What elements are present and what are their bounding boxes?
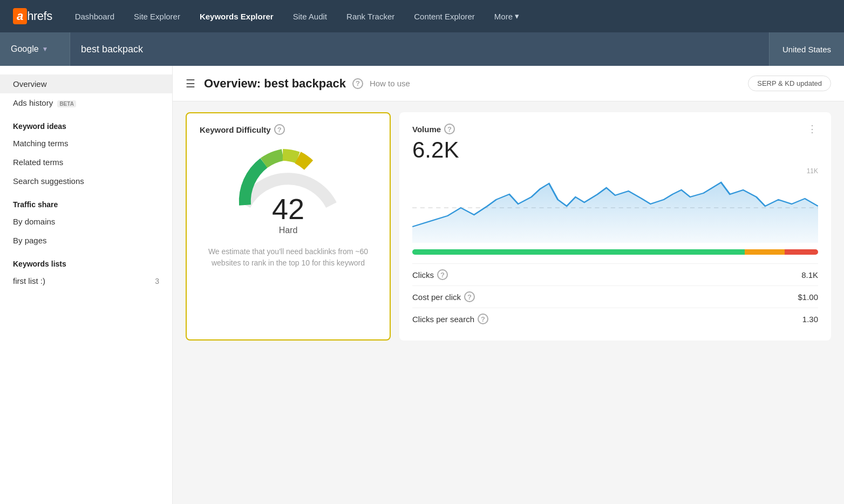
nav-keywords-explorer[interactable]: Keywords Explorer	[192, 9, 281, 24]
how-to-use-link[interactable]: How to use	[370, 79, 410, 88]
cpc-row: Cost per click ? $1.00	[412, 285, 818, 308]
gauge-label: Hard	[272, 226, 304, 235]
cpc-help-icon[interactable]: ?	[464, 291, 475, 302]
logo-hrefs: hrefs	[27, 9, 52, 23]
main-layout: Overview Ads history BETA Keyword ideas …	[0, 66, 844, 504]
engine-label: Google	[11, 44, 39, 54]
volume-value: 6.2K	[412, 137, 818, 163]
kd-help-icon[interactable]: ?	[274, 124, 285, 135]
page-title: Overview: best backpack	[204, 77, 346, 91]
cps-value: 1.30	[802, 315, 818, 324]
clicks-progress-bar	[412, 249, 818, 255]
progress-no-click	[785, 249, 818, 255]
logo-a: a	[13, 8, 27, 24]
nav-rank-tracker[interactable]: Rank Tracker	[339, 9, 402, 24]
volume-card-title: Volume ?	[412, 124, 455, 134]
clicks-label: Clicks ?	[412, 269, 448, 280]
sidebar-item-ads-history[interactable]: Ads history BETA	[0, 93, 172, 112]
sidebar-item-by-pages[interactable]: By pages	[0, 231, 172, 250]
sidebar: Overview Ads history BETA Keyword ideas …	[0, 66, 173, 504]
sidebar-section-traffic-share: Traffic share	[0, 190, 172, 212]
volume-options-icon[interactable]: ⋮	[807, 123, 818, 135]
volume-header: Volume ? ⋮	[412, 123, 818, 135]
hamburger-icon[interactable]: ☰	[186, 77, 195, 90]
sidebar-item-search-suggestions[interactable]: Search suggestions	[0, 172, 172, 190]
sidebar-item-related-terms[interactable]: Related terms	[0, 153, 172, 172]
nav-site-audit[interactable]: Site Audit	[285, 9, 335, 24]
search-bar: Google ▼ United States	[0, 32, 844, 66]
clicks-help-icon[interactable]: ?	[437, 269, 448, 280]
cps-label: Clicks per search ?	[412, 314, 488, 324]
volume-help-icon[interactable]: ?	[444, 124, 455, 134]
sidebar-item-overview[interactable]: Overview	[0, 74, 172, 93]
nav-more[interactable]: More ▾	[487, 8, 527, 24]
volume-chart: 11K	[412, 167, 818, 243]
main-content: ☰ Overview: best backpack ? How to use S…	[173, 66, 844, 504]
kd-card: Keyword Difficulty ?	[186, 112, 391, 340]
sidebar-item-matching-terms[interactable]: Matching terms	[0, 134, 172, 153]
nav-site-explorer[interactable]: Site Explorer	[126, 9, 188, 24]
list-name: first list :)	[13, 276, 45, 285]
engine-chevron-icon: ▼	[42, 45, 49, 53]
sidebar-section-keywords-lists: Keywords lists	[0, 250, 172, 271]
clicks-value: 8.1K	[801, 270, 818, 280]
beta-badge: BETA	[57, 100, 76, 107]
progress-organic	[412, 249, 745, 255]
cpc-label: Cost per click ?	[412, 291, 475, 302]
sidebar-section-keyword-ideas: Keyword ideas	[0, 112, 172, 134]
stats-table: Clicks ? 8.1K Cost per click ? $1.00	[412, 263, 818, 330]
cps-help-icon[interactable]: ?	[478, 314, 488, 324]
country-selector[interactable]: United States	[769, 32, 844, 66]
title-help-icon[interactable]: ?	[352, 78, 363, 89]
country-label: United States	[782, 45, 831, 54]
sidebar-list-item-first-list[interactable]: first list :) 3	[0, 271, 172, 290]
nav-dashboard[interactable]: Dashboard	[67, 9, 122, 24]
nav-content-explorer[interactable]: Content Explorer	[406, 9, 482, 24]
serp-kd-badge[interactable]: SERP & KD updated	[748, 76, 831, 91]
search-input[interactable]	[70, 32, 769, 66]
progress-paid	[745, 249, 785, 255]
chart-ref-label: 11K	[807, 167, 818, 175]
gauge-container: 42 Hard	[200, 146, 377, 235]
top-navigation: a hrefs Dashboard Site Explorer Keywords…	[0, 0, 844, 32]
volume-card: Volume ? ⋮ 6.2K 11K	[399, 112, 831, 340]
gauge-value: 42	[272, 194, 304, 223]
list-count: 3	[155, 277, 159, 285]
cpc-value: $1.00	[798, 292, 818, 302]
search-engine-selector[interactable]: Google ▼	[0, 32, 70, 66]
clicks-row: Clicks ? 8.1K	[412, 263, 818, 285]
cps-row: Clicks per search ? 1.30	[412, 308, 818, 330]
logo[interactable]: a hrefs	[13, 8, 52, 24]
sidebar-item-by-domains[interactable]: By domains	[0, 212, 172, 231]
cards-row: Keyword Difficulty ?	[173, 101, 844, 351]
kd-description: We estimate that you'll need backlinks f…	[200, 246, 377, 269]
kd-card-title: Keyword Difficulty ?	[200, 124, 377, 135]
overview-header: ☰ Overview: best backpack ? How to use S…	[173, 66, 844, 101]
volume-chart-svg	[412, 167, 818, 243]
